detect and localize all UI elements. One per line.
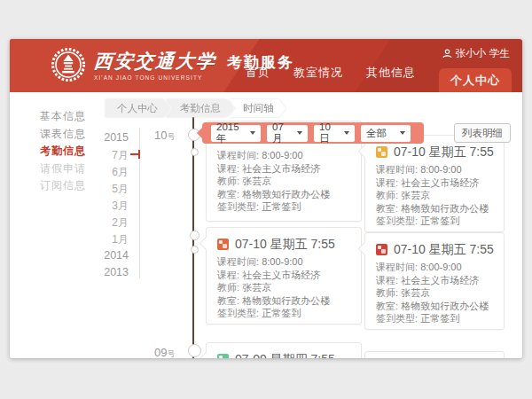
card-row-value: 8:00-9:00 xyxy=(262,256,302,267)
timeline-node xyxy=(188,344,201,357)
card-row-label: 课程时间: xyxy=(376,262,420,272)
page-background: 西安交通大学 XI'AN JIAO TONG UNIVERSITY 考勤服务 张… xyxy=(0,0,532,399)
main-nav: 首页教室情况其他信息个人中心 xyxy=(246,65,512,92)
card-row: 签到类型: 正常签到 xyxy=(217,307,350,320)
card-row-value: 正常签到 xyxy=(420,313,459,324)
breadcrumb-item[interactable]: 考勤信息 xyxy=(166,99,233,117)
card-row-value: 8:00-9:00 xyxy=(420,262,461,272)
day-select[interactable]: 10日 xyxy=(314,125,355,142)
nav-tab-active[interactable]: 个人中心 xyxy=(439,68,512,92)
card-row-label: 课程时间: xyxy=(217,150,262,160)
attendance-card: 07-09 星期四 7:55 xyxy=(206,342,362,358)
nav-item[interactable]: 其他信息 xyxy=(366,65,416,81)
chevron-down-icon xyxy=(250,131,255,135)
card-row-value: 格物致知行政办公楼 xyxy=(242,295,330,306)
scale-month[interactable]: 3月 xyxy=(112,199,129,214)
stamp-yellow-icon xyxy=(376,146,387,158)
attendance-card: 07-10 星期五 7:55课程时间: 8:00-9:00课程: 社会主义市场经… xyxy=(364,232,505,330)
card-row-value: 格物致知行政办公楼 xyxy=(401,301,489,311)
card-row-value: 张芸京 xyxy=(401,287,430,298)
card-row-value: 8:00-9:00 xyxy=(262,150,302,160)
card-row: 签到类型: 正常签到 xyxy=(376,215,493,228)
card-row-label: 教师: xyxy=(217,282,242,293)
breadcrumb: 个人中心考勤信息时间轴 xyxy=(106,99,286,117)
app-header: 西安交通大学 XI'AN JIAO TONG UNIVERSITY 考勤服务 张… xyxy=(10,39,522,92)
card-row-value: 社会主义市场经济 xyxy=(242,270,320,280)
month-select[interactable]: 07月 xyxy=(267,125,308,142)
scale-year[interactable]: 2015 xyxy=(104,131,129,144)
stamp-green-icon xyxy=(217,354,229,358)
scale-year[interactable]: 2013 xyxy=(104,266,129,278)
chevron-down-icon xyxy=(400,131,405,135)
university-name-en: XI'AN JIAO TONG UNIVERSITY xyxy=(94,74,216,81)
sidebar-item[interactable]: 请假申请 xyxy=(10,160,95,178)
scale-month[interactable]: 5月 xyxy=(112,182,129,197)
card-header: 07-10 星期五 7:55 xyxy=(376,241,493,258)
card-row-label: 签到类型: xyxy=(376,313,420,324)
type-select[interactable]: 全部 xyxy=(361,125,411,142)
card-row: 课程: 社会主义市场经济 xyxy=(376,176,493,190)
timeline-node xyxy=(191,246,199,254)
sidebar-item[interactable]: 订阅信息 xyxy=(10,177,95,195)
card-row: 教师: 张芸京 xyxy=(376,189,493,202)
browser-window: 西安交通大学 XI'AN JIAO TONG UNIVERSITY 考勤服务 张… xyxy=(10,39,522,358)
scale-month[interactable]: 2月 xyxy=(112,215,129,231)
stamp-orange-icon xyxy=(217,239,229,250)
nav-item[interactable]: 教室情况 xyxy=(293,65,343,81)
card-row: 签到类型: 正常签到 xyxy=(217,200,350,214)
card-title: 07-10 星期五 7:55 xyxy=(235,236,335,253)
day-number: 09 xyxy=(154,346,167,358)
card-row: 课程: 社会主义市场经济 xyxy=(376,274,493,287)
sidebar-item-active[interactable]: 考勤信息 xyxy=(10,143,95,160)
card-header: 07-09 星期四 7:55 xyxy=(217,351,350,358)
card-row-value: 正常签到 xyxy=(262,308,301,318)
scale-year[interactable]: 2014 xyxy=(104,249,129,262)
card-row-value: 正常签到 xyxy=(262,201,301,212)
card-row-value: 格物致知行政办公楼 xyxy=(401,203,489,214)
card-row-label: 教室: xyxy=(376,203,401,214)
card-row-label: 教室: xyxy=(376,301,401,311)
card-row-value: 社会主义市场经济 xyxy=(401,177,479,188)
list-detail-button[interactable]: 列表明细 xyxy=(454,123,511,143)
card-row-value: 正常签到 xyxy=(420,215,459,226)
chevron-down-icon xyxy=(344,131,349,135)
day-marker-label: 09号 xyxy=(154,344,175,358)
card-row-value: 社会主义市场经济 xyxy=(401,275,479,286)
card-row: 签到类型: 正常签到 xyxy=(376,312,493,325)
scale-month[interactable]: 1月 xyxy=(112,232,129,247)
user-role: 学生 xyxy=(489,47,510,60)
stamp-red-icon xyxy=(376,244,387,255)
day-number: 10 xyxy=(154,129,167,142)
timeline-node xyxy=(190,231,200,240)
card-row-label: 课程: xyxy=(217,163,242,174)
card-title: 07-10 星期五 7:55 xyxy=(394,144,494,160)
user-info[interactable]: 张小小 学生 xyxy=(442,47,511,60)
card-row-label: 签到类型: xyxy=(217,201,262,212)
card-row: 教室: 格物致知行政办公楼 xyxy=(376,300,493,313)
card-row: 课程时间: 8:00-9:00 xyxy=(217,149,350,162)
card-row-label: 课程: xyxy=(376,275,401,286)
card-row: 课程: 社会主义市场经济 xyxy=(217,162,350,176)
card-row-label: 签到类型: xyxy=(376,215,420,226)
breadcrumb-item[interactable]: 个人中心 xyxy=(106,99,170,117)
card-header: 07-10 星期五 7:55 xyxy=(376,144,493,160)
university-name-cn: 西安交通大学 xyxy=(93,49,217,74)
brand-text: 西安交通大学 XI'AN JIAO TONG UNIVERSITY xyxy=(94,49,216,81)
card-row-value: 张芸京 xyxy=(242,282,271,293)
card-row-label: 签到类型: xyxy=(217,308,262,318)
card-row: 课程时间: 8:00-9:00 xyxy=(376,261,493,274)
sidebar-item[interactable]: 基本信息 xyxy=(10,108,95,126)
year-select-value: 2015年 xyxy=(216,121,246,145)
card-title: 07-09 星期四 7:55 xyxy=(235,351,335,358)
scale-month-current[interactable]: 7月 xyxy=(112,148,129,163)
year-select[interactable]: 2015年 xyxy=(211,125,261,142)
breadcrumb-item-active[interactable]: 时间轴 xyxy=(229,99,286,117)
month-select-value: 07月 xyxy=(272,121,293,145)
card-row: 课程时间: 8:00-9:00 xyxy=(376,163,493,176)
day-suffix: 号 xyxy=(167,132,175,141)
card-row: 课程时间: 8:00-9:00 xyxy=(217,255,350,269)
nav-item[interactable]: 首页 xyxy=(246,65,270,81)
scale-month[interactable]: 6月 xyxy=(112,165,129,180)
current-month-marker xyxy=(130,153,139,155)
sidebar-item[interactable]: 课表信息 xyxy=(10,126,95,144)
